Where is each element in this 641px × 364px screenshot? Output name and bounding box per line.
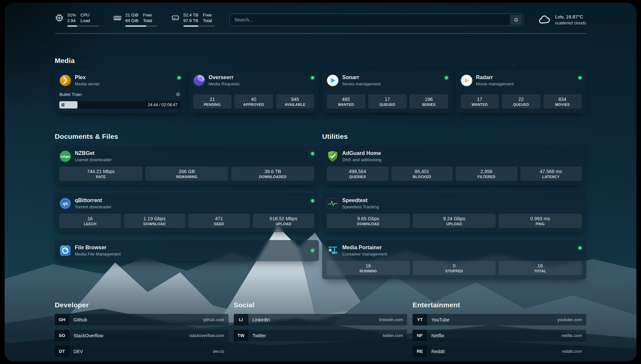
cpu-usage-bar xyxy=(67,25,99,27)
snow-specks xyxy=(24,42,25,43)
adguard-shield-icon xyxy=(327,150,339,162)
bookmark-dev[interactable]: DT DEV dev.to xyxy=(55,346,229,357)
stat-queued: 17 QUEUED xyxy=(368,94,407,108)
svg-text:qb: qb xyxy=(63,201,68,206)
bookmark-abbr: GH xyxy=(55,314,69,325)
bookmark-label: Twitter xyxy=(253,333,266,338)
stat-available: 945 AVAILABLE xyxy=(276,94,315,108)
bookmark-label: StackOverflow xyxy=(74,333,103,338)
memory-free-label: Free xyxy=(143,13,152,17)
service-card-overseerr[interactable]: Overseerr Media Requests 21 PENDING xyxy=(189,70,319,113)
service-card-nzbget[interactable]: nzbget NZBGet Usenet downloader xyxy=(55,146,319,185)
bookmark-reddit[interactable]: RE Reddit reddit.com xyxy=(412,346,586,357)
drive-icon xyxy=(171,13,180,22)
disk-free-label: Free xyxy=(203,13,212,17)
ram-icon xyxy=(113,13,122,22)
bookmark-linkedin[interactable]: LI LinkedIn linkedin.com xyxy=(234,314,408,325)
stat-seed: 471 SEED xyxy=(188,214,250,228)
now-playing-title: Bullet Train xyxy=(59,92,82,97)
service-card-radarr[interactable]: Radarr Movie management 17 WANTED 2 xyxy=(456,70,587,113)
bookmark-github[interactable]: GH Github github.com xyxy=(55,314,229,325)
filebrowser-icon xyxy=(59,245,71,257)
stat-ping: 0.993 ms PING xyxy=(499,214,582,228)
memory-total-label: Total xyxy=(143,18,152,23)
bookmark-youtube[interactable]: YT YouTube youtube.com xyxy=(412,314,586,325)
service-name: qBittorrent xyxy=(75,197,111,204)
disk-total-value: 97.9 TB xyxy=(183,18,198,23)
service-card-qbittorrent[interactable]: qb qBittorrent Torrent downloader xyxy=(55,193,319,232)
service-name: Overseerr xyxy=(209,74,240,81)
service-name: NZBGet xyxy=(75,150,112,157)
service-name: Speedtest xyxy=(342,197,379,204)
bookmark-abbr: TW xyxy=(234,330,248,341)
stat-wanted: 485 WANTED xyxy=(327,94,365,108)
stat-latency: 47.569 ms LATENCY xyxy=(520,167,582,181)
radarr-icon xyxy=(461,75,473,86)
bookmark-label: YouTube xyxy=(431,317,449,322)
bookmark-label: Netflix xyxy=(431,333,444,338)
memory-widget: 21 GiB 64 GiB Free Total xyxy=(113,13,157,27)
bookmark-label: DEV xyxy=(74,349,83,354)
service-name: Media Portainer xyxy=(342,244,387,251)
service-card-portainer[interactable]: Media Portainer Container management 16 … xyxy=(322,240,586,279)
bookmark-abbr: SO xyxy=(55,330,69,341)
memory-free-value: 21 GiB xyxy=(125,13,138,17)
service-subtitle: Container management xyxy=(342,251,387,257)
bookmark-url: netflix.com xyxy=(562,333,582,338)
status-dot xyxy=(311,249,314,252)
service-subtitle: Media server xyxy=(75,81,100,87)
service-card-speedtest[interactable]: Speedtest Speedtest Tracking 9.65 Gbps D… xyxy=(322,193,586,232)
service-subtitle: Speedtest Tracking xyxy=(342,204,379,210)
speedtest-icon xyxy=(327,197,339,209)
service-card-filebrowser[interactable]: File Browser Media File Management xyxy=(55,240,319,261)
search-input[interactable] xyxy=(234,17,510,22)
bookmark-group-social: Social LI LinkedIn linkedin.com TW Twitt… xyxy=(234,301,408,357)
service-card-adguard[interactable]: AdGuard Home DNS and adblocking 498,564 … xyxy=(322,146,586,185)
service-subtitle: Series management xyxy=(342,81,381,87)
bookmark-twitter[interactable]: TW Twitter twitter.com xyxy=(234,330,408,341)
cpu-chip-icon xyxy=(55,13,64,22)
service-name: AdGuard Home xyxy=(342,150,382,157)
service-subtitle: Media Requests xyxy=(209,81,240,87)
portainer-icon xyxy=(327,245,339,257)
cpu-load-value: 2.94 xyxy=(67,18,76,23)
search-bar: G xyxy=(229,14,523,26)
stat-blocked: 86,401 BLOCKED xyxy=(391,167,453,181)
header-divider xyxy=(55,33,586,34)
weather-widget: Lviv, 16.87°C scattered clouds xyxy=(538,13,586,26)
stat-filtered: 2,956 FILTERED xyxy=(456,167,517,181)
stat-upload: 9.24 Gbps UPLOAD xyxy=(413,214,496,228)
search-engine-button[interactable]: G xyxy=(510,15,522,25)
stat-queued: 22 QUEUED xyxy=(502,94,540,108)
bookmark-stackoverflow[interactable]: SO StackOverflow stackoverflow.com xyxy=(55,330,229,341)
pause-icon xyxy=(62,103,64,106)
cpu-load-label: Load xyxy=(80,18,90,23)
stat-downloaded: 39.6 TB DOWNLOADED xyxy=(231,167,314,181)
service-name: Sonarr xyxy=(342,74,381,81)
stat-pending: 21 PENDING xyxy=(193,94,232,108)
bookmark-url: dev.to xyxy=(213,349,224,354)
stat-series: 196 SERIES xyxy=(410,94,448,108)
bookmark-netflix[interactable]: NF Netflix netflix.com xyxy=(412,330,586,341)
stat-movies: 834 MOVIES xyxy=(543,94,582,108)
status-dot xyxy=(311,152,314,155)
service-subtitle: Usenet downloader xyxy=(75,157,112,163)
section-title-social: Social xyxy=(234,301,408,309)
status-dot xyxy=(578,76,582,79)
bookmark-url: youtube.com xyxy=(558,317,582,322)
service-card-plex[interactable]: Plex Media server Bullet Train xyxy=(55,70,185,113)
bookmark-abbr: NF xyxy=(412,330,427,341)
disk-usage-bar xyxy=(183,25,215,27)
bookmark-label: Github xyxy=(74,317,87,322)
service-card-sonarr[interactable]: Sonarr Series management 485 WANTED xyxy=(322,70,453,113)
service-subtitle: Torrent downloader xyxy=(75,204,111,210)
stat-remaining: 266 GB REMAINING xyxy=(145,167,229,181)
gear-icon[interactable] xyxy=(175,92,181,97)
service-name: Radarr xyxy=(476,74,514,81)
memory-usage-bar xyxy=(125,25,157,27)
cpu-usage-value: 31% xyxy=(67,13,76,17)
bookmark-group-developer: Developer GH Github github.com SO StackO… xyxy=(55,301,229,357)
svg-text:nzbget: nzbget xyxy=(61,155,70,158)
sonarr-icon xyxy=(327,75,339,86)
service-subtitle: Media File Management xyxy=(75,251,121,257)
